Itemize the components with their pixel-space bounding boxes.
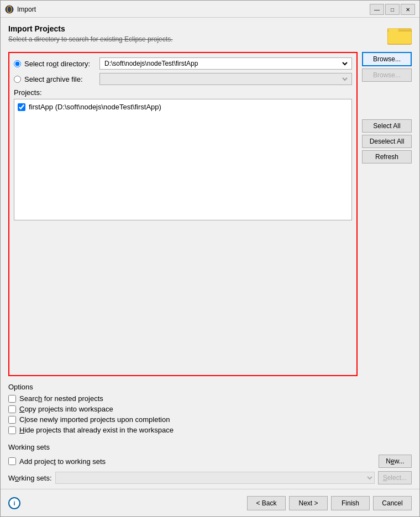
hide-existing-checkbox[interactable] bbox=[8, 426, 16, 434]
archive-file-combobox bbox=[99, 73, 352, 85]
main-area: Select root directory: D:\soft\nodejs\no… bbox=[8, 52, 412, 376]
options-section: Options Search for nested projects Copy … bbox=[8, 383, 412, 436]
title-bar: Import — □ ✕ bbox=[1, 1, 419, 18]
right-buttons: Browse... Browse... Select All Deselect … bbox=[362, 52, 412, 376]
nested-projects-row: Search for nested projects bbox=[8, 394, 412, 403]
root-directory-row: Select root directory: D:\soft\nodejs\no… bbox=[14, 57, 352, 70]
project-label: firstApp (D:\soft\nodejs\nodeTest\firstA… bbox=[29, 103, 161, 111]
projects-label: Projects: bbox=[14, 88, 352, 97]
copy-projects-row: Copy projects into workspace bbox=[8, 405, 412, 413]
page-subtitle: Select a directory to search for existin… bbox=[8, 35, 172, 43]
root-directory-label: Select root directory: bbox=[24, 60, 96, 68]
header-text: Import Projects Select a directory to se… bbox=[8, 24, 172, 49]
import-window: Import — □ ✕ Import Projects Select a di… bbox=[0, 0, 420, 517]
project-item: firstApp (D:\soft\nodejs\nodeTest\firstA… bbox=[17, 102, 349, 112]
working-sets-input-row: Working sets: Select... bbox=[8, 471, 412, 484]
deselect-all-button[interactable]: Deselect All bbox=[362, 135, 412, 148]
working-sets-select bbox=[56, 473, 374, 482]
working-sets-section: Working sets Add project to working sets… bbox=[8, 443, 412, 484]
folder-icon bbox=[387, 24, 412, 45]
source-panel: Select root directory: D:\soft\nodejs\no… bbox=[8, 52, 358, 376]
projects-list: firstApp (D:\soft\nodejs\nodeTest\firstA… bbox=[14, 99, 352, 220]
refresh-button[interactable]: Refresh bbox=[362, 150, 412, 163]
archive-file-radio[interactable] bbox=[14, 76, 21, 83]
window-title: Import bbox=[17, 6, 370, 13]
page-header: Import Projects Select a directory to se… bbox=[8, 24, 412, 49]
working-sets-label: Working sets bbox=[8, 443, 412, 451]
archive-file-label: Select archive file: bbox=[24, 75, 96, 83]
window-controls: — □ ✕ bbox=[370, 4, 415, 15]
add-working-sets-label: Add project to working sets bbox=[19, 457, 106, 466]
archive-file-row: Select archive file: bbox=[14, 73, 352, 85]
minimize-button[interactable]: — bbox=[370, 4, 384, 15]
select-working-set-button[interactable]: Select... bbox=[378, 471, 412, 484]
bottom-bar: i < Back Next > Finish Cancel bbox=[1, 489, 419, 516]
project-checkbox[interactable] bbox=[18, 103, 25, 111]
finish-button[interactable]: Finish bbox=[331, 496, 370, 510]
svg-point-0 bbox=[6, 6, 13, 13]
add-working-sets-row: Add project to working sets bbox=[8, 457, 106, 466]
nested-projects-label: Search for nested projects bbox=[19, 394, 103, 403]
root-directory-select[interactable]: D:\soft\nodejs\nodeTest\firstApp bbox=[102, 59, 349, 68]
back-button[interactable]: < Back bbox=[247, 496, 286, 510]
archive-combo-wrapper bbox=[99, 73, 352, 85]
page-title: Import Projects bbox=[8, 24, 172, 33]
browse-archive-button[interactable]: Browse... bbox=[362, 68, 412, 82]
nested-projects-checkbox[interactable] bbox=[8, 395, 16, 403]
archive-file-select bbox=[102, 75, 349, 83]
hide-existing-row: Hide projects that already exist in the … bbox=[8, 426, 412, 434]
next-button[interactable]: Next > bbox=[289, 496, 328, 510]
svg-rect-4 bbox=[387, 31, 412, 44]
working-sets-field-label: Working sets: bbox=[8, 474, 52, 482]
browse-root-button[interactable]: Browse... bbox=[362, 52, 412, 66]
close-imported-checkbox[interactable] bbox=[8, 416, 16, 424]
working-sets-combobox bbox=[55, 472, 375, 484]
select-all-button[interactable]: Select All bbox=[362, 119, 412, 133]
svg-rect-6 bbox=[389, 29, 398, 31]
hide-existing-label: Hide projects that already exist in the … bbox=[19, 426, 174, 434]
new-working-set-button[interactable]: New... bbox=[379, 455, 412, 468]
options-label: Options bbox=[8, 383, 412, 391]
root-directory-combobox[interactable]: D:\soft\nodejs\nodeTest\firstApp bbox=[99, 57, 352, 70]
cancel-button[interactable]: Cancel bbox=[373, 496, 412, 510]
close-imported-row: Close newly imported projects upon compl… bbox=[8, 415, 412, 424]
copy-projects-checkbox[interactable] bbox=[8, 405, 16, 413]
close-imported-label: Close newly imported projects upon compl… bbox=[19, 415, 170, 424]
close-button[interactable]: ✕ bbox=[401, 4, 415, 15]
restore-button[interactable]: □ bbox=[385, 4, 400, 15]
add-working-sets-checkbox[interactable] bbox=[8, 457, 16, 465]
root-directory-radio[interactable] bbox=[14, 60, 21, 67]
root-combo-wrapper: D:\soft\nodejs\nodeTest\firstApp bbox=[99, 57, 352, 70]
eclipse-icon bbox=[5, 5, 14, 14]
copy-projects-label: Copy projects into workspace bbox=[19, 405, 113, 413]
status-icon: i bbox=[8, 497, 20, 509]
window-content: Import Projects Select a directory to se… bbox=[1, 18, 419, 489]
